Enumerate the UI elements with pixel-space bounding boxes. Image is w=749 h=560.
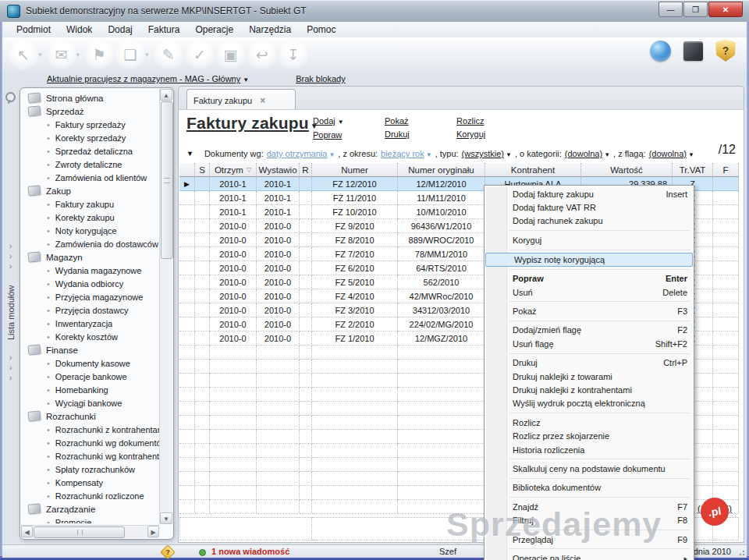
context-menu-item-pokaz[interactable]: PokażF3	[485, 304, 694, 317]
chevron-down-icon[interactable]: ▾	[76, 51, 80, 58]
lock-status-link[interactable]: Brak blokady	[296, 74, 346, 83]
column-header-wartosc[interactable]: Wartość	[581, 163, 673, 177]
sidebar-item-rozrachunki-wg-dokumentow[interactable]: •Rozrachunki wg dokumentów	[20, 436, 159, 449]
version-link[interactable]: (1.01.05)	[698, 504, 732, 513]
action-drukuj[interactable]: Drukuj	[385, 128, 431, 141]
warehouse-link[interactable]: Aktualnie pracujesz z magazynem - MAG - …	[47, 74, 249, 83]
maximize-button[interactable]: ❐	[683, 2, 708, 17]
resize-grip[interactable]	[737, 548, 745, 556]
horizontal-scroll-thumb[interactable]	[34, 526, 125, 538]
vertical-scroll-thumb[interactable]	[161, 101, 173, 259]
context-menu-item-drukuj[interactable]: DrukujCtrl+P	[485, 356, 694, 370]
context-menu-item-operacje-na-liscie[interactable]: Operacje na liście▸	[485, 551, 694, 560]
sidebar-item-faktury-sprzedazy[interactable]: •Faktury sprzedaży	[20, 118, 159, 131]
sidebar-item-homebanking[interactable]: •Homebanking	[20, 383, 159, 396]
sidebar-item-rozrachunki-wg-kontrahentow[interactable]: •Rozrachunki wg kontrahentów	[20, 449, 159, 463]
context-menu-item-usun[interactable]: UsuńDelete	[485, 285, 694, 299]
column-header-selector[interactable]	[179, 163, 195, 177]
scroll-left-icon[interactable]: ◀	[21, 526, 33, 537]
context-menu-item-popraw[interactable]: PoprawEnter	[485, 272, 694, 285]
context-menu-item-drukuj-naklejki-z-kontrahentami[interactable]: Drukuj naklejki z kontrahentami	[485, 383, 694, 396]
filter-dowolna[interactable]: (dowolna)	[649, 149, 687, 158]
column-header-numer[interactable]: Numer	[312, 163, 398, 177]
sidebar-item-wyciagi-bankowe[interactable]: •Wyciągi bankowe	[20, 396, 159, 409]
sidebar-section-zakup[interactable]: Zakup	[20, 184, 159, 197]
context-menu-item-historia-rozliczenia[interactable]: Historia rozliczenia	[485, 443, 694, 456]
sidebar-horizontal-scrollbar[interactable]: ◀ ▶	[21, 525, 159, 538]
sidebar-item-zamowienia-do-dostawcow[interactable]: •Zamówienia do dostawców	[20, 237, 159, 250]
context-menu-item-skalkuluj-ceny-na-podstawie-dokumentu[interactable]: Skalkuluj ceny na podstawie dokumentu	[485, 462, 694, 475]
sidebar-item-promocje[interactable]: •Promocje	[20, 516, 159, 523]
shield-help-icon[interactable]: ?	[715, 40, 736, 62]
column-header-s[interactable]: S	[195, 163, 210, 177]
column-header-f[interactable]: F	[713, 163, 739, 177]
menu-faktura[interactable]: Faktura	[140, 23, 188, 37]
pin-icon[interactable]	[5, 92, 16, 102]
sidebar-item-dokumenty-kasowe[interactable]: •Dokumenty kasowe	[20, 356, 159, 370]
chevron-down-icon[interactable]: ▾	[145, 51, 149, 58]
sidebar-section-strona-glowna[interactable]: Strona główna	[20, 91, 159, 105]
action-popraw[interactable]: Popraw	[313, 129, 360, 142]
sidebar-item-wydania-magazynowe[interactable]: •Wydania magazynowe	[20, 264, 159, 277]
sidebar-item-przyjecia-magazynowe[interactable]: •Przyjęcia magazynowe	[20, 290, 159, 303]
action-rozlicz[interactable]: Rozlicz	[456, 115, 503, 128]
menu-narzedzia[interactable]: Narzędzia	[241, 23, 299, 37]
tab-close-icon[interactable]: ×	[260, 95, 265, 106]
menu-pomoc[interactable]: Pomoc	[299, 23, 343, 37]
approve-button[interactable]: ✓	[185, 40, 215, 69]
sidebar-item-rozrachunki-z-kontrahentami[interactable]: •Rozrachunki z kontrahentami	[20, 423, 159, 436]
context-menu-item-dodaj-rachunek-zakupu[interactable]: Dodaj rachunek zakupu	[485, 214, 694, 228]
filter-biezacy-rok[interactable]: bieżący rok	[381, 149, 424, 158]
context-menu-item-filtruj[interactable]: FiltrujF8	[485, 513, 694, 526]
edit-button[interactable]: ✎	[154, 40, 183, 69]
context-menu-item-przegladaj[interactable]: PrzeglądajF9	[485, 533, 694, 546]
sidebar-item-przyjecia-dostawcy[interactable]: •Przyjęcia dostawcy	[20, 303, 159, 317]
send-button[interactable]: ✉	[47, 40, 76, 69]
column-header-otrzym[interactable]: Otrzym▽	[210, 163, 257, 177]
collapsed-modules-bottom[interactable]: ›››	[2, 353, 19, 383]
menu-operacje[interactable]: Operacje	[187, 23, 241, 37]
context-menu-item-rozlicz-przez-skojarzenie[interactable]: Rozlicz przez skojarzenie	[485, 429, 694, 442]
tab-faktury-zakupu[interactable]: Faktury zakupu ×	[186, 89, 296, 111]
status-message[interactable]: 1 nowa wiadomość	[211, 547, 289, 556]
column-header-kontrahent[interactable]: Kontrahent	[485, 163, 581, 177]
sidebar-section-magazyn[interactable]: Magazyn	[20, 250, 159, 264]
column-header-tr-vat[interactable]: Tr.VAT	[673, 163, 713, 177]
sidebar-item-inwentaryzacja[interactable]: •Inwentaryzacja	[20, 317, 159, 330]
minimize-button[interactable]: —	[658, 2, 683, 17]
action-koryguj[interactable]: Koryguj	[456, 128, 503, 141]
filter-dowolna[interactable]: (dowolna)	[565, 149, 602, 158]
sidebar-item-zamowienia-od-klientow[interactable]: •Zamówienia od klientów	[20, 171, 159, 184]
context-menu-item-drukuj-naklejki-z-towarami[interactable]: Drukuj naklejki z towarami	[485, 370, 694, 383]
filter-daty-otrzymania[interactable]: daty otrzymania	[267, 149, 328, 158]
sidebar-item-faktury-zakupu[interactable]: •Faktury zakupu	[20, 197, 159, 211]
menu-dodaj[interactable]: Dodaj	[100, 23, 140, 37]
context-menu-item-usun-flage[interactable]: Usuń flagęShift+F2	[485, 337, 694, 350]
scroll-up-icon[interactable]: ▲	[160, 89, 172, 101]
context-menu-item-dodaj-zmien-flage[interactable]: Dodaj/zmień flagęF2	[485, 324, 694, 337]
print-button[interactable]: ▣	[216, 40, 246, 69]
action-dodaj[interactable]: Dodaj▼	[313, 115, 360, 129]
column-header-wystawio[interactable]: Wystawio	[257, 163, 300, 177]
export-button[interactable]: ↧	[279, 40, 308, 69]
context-menu-item-rozlicz[interactable]: Rozlicz	[485, 416, 694, 429]
chevron-down-icon[interactable]: ▾	[38, 51, 42, 58]
sidebar-item-splaty-rozrachunkow[interactable]: •Spłaty rozrachunków	[20, 463, 159, 476]
sidebar-item-sprzedaz-detaliczna[interactable]: •Sprzedaż detaliczna	[20, 144, 159, 158]
undo-button[interactable]: ↩	[247, 40, 277, 69]
sidebar-item-kompensaty[interactable]: •Kompensaty	[20, 476, 159, 489]
sidebar-item-operacje-bankowe[interactable]: •Operacje bankowe	[20, 370, 159, 383]
context-menu-item-biblioteka-dokumentow[interactable]: Biblioteka dokumentów	[485, 481, 694, 494]
column-header-numer-oryginalu[interactable]: Numer oryginału	[398, 163, 485, 177]
sidebar-item-wydania-odbiorcy[interactable]: •Wydania odbiorcy	[20, 277, 159, 290]
scroll-right-icon[interactable]: ▶	[147, 526, 159, 537]
sidebar-item-noty-korygujace[interactable]: •Noty korygujące	[20, 224, 159, 237]
filter-wszystkie[interactable]: (wszystkie)	[462, 149, 504, 158]
sidebar-item-rozrachunki-rozliczone[interactable]: •Rozrachunki rozliczone	[20, 489, 159, 502]
sidebar-section-rozrachunki[interactable]: Rozrachunki	[20, 409, 159, 423]
context-menu-item-wypisz-note-korygujaca[interactable]: Wypisz notę korygującą	[485, 253, 693, 267]
column-header-r[interactable]: R	[300, 163, 312, 177]
sidebar-section-zarzadzanie[interactable]: Zarządzanie	[20, 502, 159, 516]
cube-icon[interactable]	[683, 41, 703, 61]
sidebar-item-zwroty-detaliczne[interactable]: •Zwroty detaliczne	[20, 158, 159, 171]
